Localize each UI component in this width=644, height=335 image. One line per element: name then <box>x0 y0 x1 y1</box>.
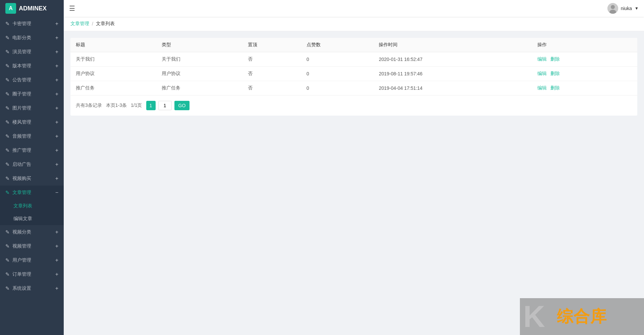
edit-icon: ✎ <box>5 229 10 235</box>
cell-pinned: 否 <box>243 52 301 67</box>
sidebar-logo: A ADMINEX <box>0 0 64 17</box>
expand-icon: + <box>55 229 58 235</box>
edit-icon: ✎ <box>5 63 10 69</box>
expand-icon: + <box>55 77 58 83</box>
sidebar-item-label: 视频购买 <box>12 176 31 182</box>
edit-link[interactable]: 编辑 <box>537 56 547 62</box>
page-range: 本页1-3条 <box>106 103 127 109</box>
sidebar-item-image-manage[interactable]: ✎ 图片管理 + <box>0 101 64 115</box>
edit-icon: ✎ <box>5 133 10 139</box>
sidebar-item-label: 卡密管理 <box>12 21 31 27</box>
sidebar-item-label: 音频管理 <box>12 133 31 139</box>
username-label: niuka <box>621 6 632 11</box>
sidebar-item-label: 演员管理 <box>12 49 31 55</box>
sidebar-item-video-manage[interactable]: ✎ 视频管理 + <box>0 239 64 253</box>
go-button[interactable]: GO <box>174 101 190 110</box>
breadcrumb-parent[interactable]: 文章管理 <box>70 21 89 27</box>
expand-icon: + <box>55 91 58 97</box>
cell-likes: 0 <box>301 67 374 81</box>
edit-icon: ✎ <box>5 91 10 97</box>
sidebar-item-label: 图片管理 <box>12 105 31 111</box>
sidebar-item-system-settings[interactable]: ✎ 系统设置 + <box>0 281 64 295</box>
cell-time: 2019-08-11 19:57:46 <box>373 67 532 81</box>
expand-icon: + <box>55 271 58 277</box>
cell-actions: 编辑 删除 <box>532 67 637 81</box>
expand-icon: + <box>55 243 58 249</box>
table-container: 标题 类型 置顶 点赞数 操作时间 操作 关于我们 关于我们 <box>70 38 637 116</box>
sidebar-item-label: 推广管理 <box>12 147 31 153</box>
delete-link[interactable]: 删除 <box>550 85 560 90</box>
expand-icon: + <box>55 176 58 182</box>
edit-icon: ✎ <box>5 176 10 182</box>
cell-type: 关于我们 <box>156 52 242 67</box>
collapse-icon: − <box>55 190 58 196</box>
expand-icon: + <box>55 133 58 139</box>
breadcrumb-separator: / <box>92 21 93 26</box>
sidebar-item-notice-manage[interactable]: ✎ 公告管理 + <box>0 73 64 87</box>
sidebar-item-article-manage[interactable]: ✎ 文章管理 − <box>0 186 64 200</box>
sidebar-item-startup-ad[interactable]: ✎ 启动广告 + <box>0 157 64 172</box>
cell-likes: 0 <box>301 52 374 67</box>
sidebar-item-label: 启动广告 <box>12 161 31 168</box>
breadcrumb-current: 文章列表 <box>96 21 115 27</box>
sidebar-item-audio-manage[interactable]: ✎ 音频管理 + <box>0 129 64 143</box>
top-header: ☰ niuka ▼ <box>64 0 644 17</box>
col-header-time: 操作时间 <box>373 38 532 52</box>
table-row: 推广任务 推广任务 否 0 2019-04-04 17:51:14 编辑 删除 <box>70 81 637 95</box>
edit-icon: ✎ <box>5 243 10 249</box>
sidebar-item-label: 文章管理 <box>12 190 31 196</box>
logo-text: ADMINEX <box>19 5 47 12</box>
sidebar-item-card-manage[interactable]: ✎ 卡密管理 + <box>0 17 64 31</box>
edit-icon: ✎ <box>5 35 10 41</box>
edit-icon: ✎ <box>5 77 10 83</box>
delete-link[interactable]: 删除 <box>550 56 560 62</box>
expand-icon: + <box>55 257 58 263</box>
cell-pinned: 否 <box>243 81 301 95</box>
sidebar-item-label: 版本管理 <box>12 63 31 69</box>
edit-icon: ✎ <box>5 285 10 291</box>
delete-link[interactable]: 删除 <box>550 71 560 76</box>
sidebar-item-actor-manage[interactable]: ✎ 演员管理 + <box>0 45 64 59</box>
sidebar-item-movie-category[interactable]: ✎ 电影分类 + <box>0 31 64 45</box>
cell-type: 推广任务 <box>156 81 242 95</box>
hamburger-menu-icon[interactable]: ☰ <box>69 4 75 12</box>
table-row: 关于我们 关于我们 否 0 2020-01-31 16:52:47 编辑 删除 <box>70 52 637 67</box>
sidebar-item-video-category[interactable]: ✎ 视频分类 + <box>0 225 64 239</box>
cell-pinned: 否 <box>243 67 301 81</box>
edit-link[interactable]: 编辑 <box>537 85 547 90</box>
current-page-button[interactable]: 1 <box>146 101 156 110</box>
sidebar-item-building-manage[interactable]: ✎ 楼风管理 + <box>0 115 64 129</box>
sidebar-item-user-manage[interactable]: ✎ 用户管理 + <box>0 253 64 267</box>
chevron-down-icon[interactable]: ▼ <box>635 6 639 11</box>
sidebar-item-promote-manage[interactable]: ✎ 推广管理 + <box>0 143 64 157</box>
sidebar-sub-item-article-list[interactable]: 文章列表 <box>0 200 64 212</box>
total-records: 共有3条记录 <box>76 103 102 109</box>
sidebar-item-label: 电影分类 <box>12 35 31 41</box>
expand-icon: + <box>55 285 58 291</box>
edit-icon: ✎ <box>5 49 10 55</box>
edit-link[interactable]: 编辑 <box>537 71 547 76</box>
col-header-pinned: 置顶 <box>243 38 301 52</box>
page-number-input[interactable] <box>158 101 172 110</box>
table-row: 用户协议 用户协议 否 0 2019-08-11 19:57:46 编辑 删除 <box>70 67 637 81</box>
sidebar-sub-item-edit-article[interactable]: 编辑文章 <box>0 212 64 225</box>
edit-icon: ✎ <box>5 147 10 153</box>
sidebar-item-label: 系统设置 <box>12 285 31 291</box>
sidebar: A ADMINEX ✎ 卡密管理 + ✎ 电影分类 + <box>0 0 64 335</box>
edit-icon: ✎ <box>5 257 10 263</box>
cell-time: 2019-04-04 17:51:14 <box>373 81 532 95</box>
sidebar-submenu-article: 文章列表 编辑文章 <box>0 200 64 225</box>
logo-icon: A <box>5 3 16 14</box>
expand-icon: + <box>55 119 58 125</box>
main-content: 文章管理 / 文章列表 标题 类型 置顶 点赞数 <box>64 17 644 335</box>
sidebar-item-order-manage[interactable]: ✎ 订单管理 + <box>0 267 64 281</box>
sidebar-item-version-manage[interactable]: ✎ 版本管理 + <box>0 59 64 73</box>
edit-icon: ✎ <box>5 190 10 196</box>
sidebar-item-forum-manage[interactable]: ✎ 圈子管理 + <box>0 87 64 101</box>
sidebar-item-video-buy[interactable]: ✎ 视频购买 + <box>0 172 64 186</box>
expand-icon: + <box>55 105 58 111</box>
expand-icon: + <box>55 49 58 55</box>
edit-icon: ✎ <box>5 119 10 125</box>
svg-point-1 <box>611 5 615 9</box>
edit-icon: ✎ <box>5 105 10 111</box>
